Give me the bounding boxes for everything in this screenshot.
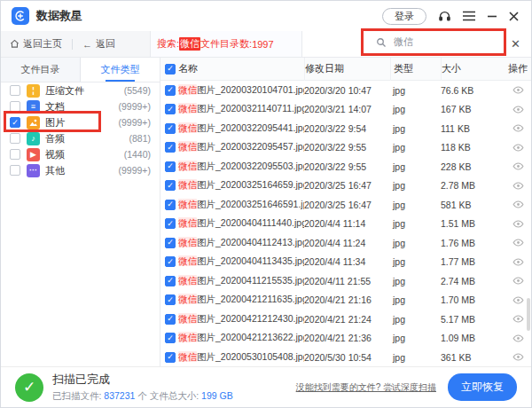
file-type: jpg <box>390 200 441 210</box>
file-row[interactable]: 微信图片_20200322095503.jpg2020/3/22 9:55jpg… <box>160 157 531 177</box>
file-size: 228 KB <box>441 161 503 172</box>
file-type: jpg <box>390 276 441 286</box>
preview-eye-icon[interactable] <box>512 237 524 248</box>
file-row[interactable]: 微信图片_20200421211635.jpg2020/4/21 21:16jp… <box>160 291 531 310</box>
tab-file-directory[interactable]: 文件目录 <box>1 58 80 82</box>
row-checkbox[interactable] <box>165 123 176 134</box>
document-icon: ≡ <box>27 100 40 114</box>
search-icon <box>376 37 387 48</box>
row-checkbox[interactable] <box>165 333 176 343</box>
preview-eye-icon[interactable] <box>512 294 524 306</box>
category-checkbox[interactable] <box>10 101 20 112</box>
category-checkbox[interactable] <box>10 165 20 176</box>
file-row[interactable]: 微信图片_20200321140711.jpg2020/3/21 14:07jp… <box>160 100 531 120</box>
sidebar-item-audio[interactable]: ♪音频(881) <box>1 130 160 146</box>
preview-eye-icon[interactable] <box>512 122 524 134</box>
preview-eye-icon[interactable] <box>512 104 524 115</box>
preview-eye-icon[interactable] <box>512 333 524 344</box>
file-type: jpg <box>390 104 441 114</box>
recover-now-button[interactable]: 立即恢复 <box>448 373 517 401</box>
category-checkbox[interactable] <box>10 117 20 128</box>
home-icon <box>10 39 20 49</box>
preview-eye-icon[interactable] <box>512 313 524 325</box>
sidebar-item-image[interactable]: 图片(9999+) <box>1 114 160 130</box>
file-row[interactable]: 微信图片_20200325164659.jpg2020/3/25 16:47jp… <box>160 177 531 196</box>
preview-eye-icon[interactable] <box>512 218 524 230</box>
file-row[interactable]: 微信图片_202003251646591.jpg2020/3/25 16:47j… <box>160 195 531 215</box>
app-window: 数据救星 登录 返回主页 ← 返回 搜索:微信 <box>0 0 532 408</box>
row-checkbox[interactable] <box>165 85 176 96</box>
file-row[interactable]: 微信图片_20200320104701.jpg2020/3/20 10:47jp… <box>160 81 531 100</box>
preview-eye-icon[interactable] <box>512 142 524 153</box>
back-button[interactable]: ← 返回 <box>82 37 115 51</box>
scrollbar-thumb[interactable] <box>527 298 530 331</box>
row-checkbox[interactable] <box>165 104 176 114</box>
category-checkbox[interactable] <box>10 133 20 144</box>
clear-search-icon[interactable]: ✕ <box>511 38 520 50</box>
row-checkbox[interactable] <box>165 161 176 172</box>
minimize-icon[interactable] <box>487 11 497 21</box>
deep-scan-link[interactable]: 没能找到需要的文件? 尝试深度扫描 <box>296 381 436 394</box>
select-all-checkbox[interactable] <box>165 64 176 75</box>
row-checkbox[interactable] <box>165 256 176 267</box>
file-name: 微信图片_20200322095441.jpg <box>178 122 304 135</box>
summary-keyword: 微信 <box>179 37 200 51</box>
tab-file-type[interactable]: 文件类型 <box>80 58 160 82</box>
file-size: 5.17 MB <box>441 314 503 325</box>
file-row[interactable]: 微信图片_20200322095441.jpg2020/3/22 9:54jpg… <box>160 119 531 138</box>
summary-count: 1997 <box>252 39 273 50</box>
category-count: (1440) <box>124 149 151 160</box>
support-headset-icon[interactable] <box>438 10 451 23</box>
file-date: 2020/3/25 16:47 <box>304 200 390 210</box>
file-name: 微信图片_20200421213622.jpg <box>178 332 304 344</box>
row-checkbox[interactable] <box>165 294 176 305</box>
sidebar-item-document[interactable]: ≡文档(9999+) <box>1 98 160 114</box>
file-row[interactable]: 微信图片_20200322095457.jpg2020/3/22 9:55jpg… <box>160 138 531 158</box>
preview-eye-icon[interactable] <box>512 199 524 210</box>
sidebar: 文件目录 文件类型 ¦压缩文件(5549)≡文档(9999+)图片(9999+)… <box>1 58 160 366</box>
file-date: 2020/4/4 11:34 <box>304 256 390 267</box>
file-row[interactable]: 微信图片_20200404113435.jpg2020/4/4 11:34jpg… <box>160 253 531 272</box>
preview-eye-icon[interactable] <box>512 275 524 286</box>
row-checkbox[interactable] <box>165 314 176 325</box>
preview-eye-icon[interactable] <box>512 180 524 192</box>
file-row[interactable]: 微信图片_20200421212430.jpg2020/4/21 21:24jp… <box>160 310 531 329</box>
row-checkbox[interactable] <box>165 218 176 229</box>
file-name: 微信图片_20200321140711.jpg <box>178 103 304 115</box>
sidebar-item-video[interactable]: ▶视频(1440) <box>1 146 160 162</box>
file-type: jpg <box>390 238 441 248</box>
file-type: jpg <box>390 180 441 191</box>
file-row[interactable]: 微信图片_20200421213622.jpg2020/4/21 21:36jp… <box>160 329 531 349</box>
back-arrow-icon: ← <box>82 39 92 50</box>
row-checkbox[interactable] <box>165 352 176 363</box>
row-checkbox[interactable] <box>165 180 176 191</box>
row-checkbox[interactable] <box>165 200 176 210</box>
file-row[interactable]: 微信图片_20200411215535.jpg2020/4/11 21:55jp… <box>160 271 531 291</box>
close-icon[interactable] <box>509 12 519 21</box>
title-bar: 数据救星 登录 <box>1 1 531 31</box>
home-label: 返回主页 <box>23 37 62 51</box>
file-row[interactable]: 微信图片_20200404112413.jpg2020/4/4 11:24jpg… <box>160 233 531 253</box>
preview-eye-icon[interactable] <box>512 161 524 172</box>
search-input-annotated[interactable]: 微信 <box>361 28 506 56</box>
file-row[interactable]: 微信图片_20200530105408.jpg2020/5/30 10:54jp… <box>160 348 531 366</box>
row-checkbox[interactable] <box>165 238 176 248</box>
row-checkbox[interactable] <box>165 142 176 153</box>
preview-eye-icon[interactable] <box>512 256 524 268</box>
menu-icon[interactable] <box>463 11 475 21</box>
summary-prefix: 搜索: <box>157 37 179 51</box>
preview-eye-icon[interactable] <box>512 84 524 96</box>
table-header: 名称 修改日期 类型 大小 操作 <box>160 58 531 81</box>
login-button[interactable]: 登录 <box>382 8 426 25</box>
row-checkbox[interactable] <box>165 276 176 286</box>
category-checkbox[interactable] <box>10 85 20 96</box>
file-type: jpg <box>390 314 441 325</box>
preview-eye-icon[interactable] <box>512 351 524 363</box>
category-checkbox[interactable] <box>10 149 20 160</box>
audio-icon: ♪ <box>27 132 40 145</box>
file-size: 1.70 MB <box>441 294 503 305</box>
home-button[interactable]: 返回主页 <box>10 37 62 51</box>
sidebar-item-zip[interactable]: ¦压缩文件(5549) <box>1 82 160 98</box>
file-row[interactable]: 微信图片_20200404111440.jpg2020/4/4 11:14jpg… <box>160 215 531 234</box>
sidebar-item-other[interactable]: ···其他(9999+) <box>1 162 160 178</box>
